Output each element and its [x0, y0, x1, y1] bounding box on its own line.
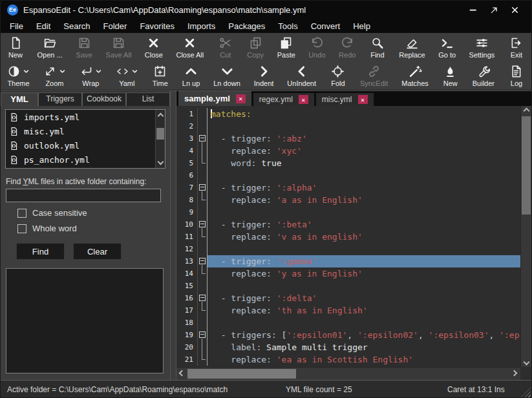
minimize-button[interactable] [463, 2, 484, 17]
toolbar-button-time[interactable]: Time [151, 63, 170, 88]
panel-tab-list[interactable]: List [126, 92, 170, 106]
menu-search[interactable]: Search [57, 20, 96, 32]
toolbar-button-undo[interactable]: Undo [307, 35, 326, 59]
close-window-button[interactable] [504, 2, 525, 17]
code-line-18[interactable]: 18 [176, 317, 520, 329]
panel-tab-yml[interactable]: YML [1, 92, 38, 106]
toolbar-button-indent[interactable]: Indent [253, 63, 275, 88]
toolbar-button-save[interactable]: Save [74, 35, 94, 59]
code-line-10[interactable]: 10 - trigger: ':beta' [176, 218, 520, 231]
editor-vertical-scrollbar[interactable] [520, 106, 531, 367]
toolbar-button-replace[interactable]: Replace [398, 35, 426, 59]
maximize-button[interactable] [484, 2, 504, 17]
toolbar-button-redo[interactable]: Redo [337, 35, 357, 59]
code-line-16[interactable]: 16 - trigger: ':delta' [176, 292, 520, 304]
code-line-1[interactable]: 1 matches: [176, 108, 520, 120]
code-line-8[interactable]: 8 replace: 'a as in English' [176, 194, 520, 206]
code-line-20[interactable]: 20 label: Sample multi trigger [176, 341, 520, 353]
checkbox-box[interactable] [17, 224, 27, 233]
editor-tab-misc-yml[interactable]: misc.yml ✕ [316, 93, 374, 106]
editor-horizontal-scrollbar[interactable] [176, 367, 520, 380]
fold-marker[interactable] [197, 132, 207, 145]
menu-folder[interactable]: Folder [97, 20, 134, 32]
toolbar-button-fold[interactable]: Fold [328, 63, 348, 88]
scroll-up-icon[interactable] [158, 113, 164, 120]
scrollbar-thumb[interactable] [156, 128, 164, 140]
toolbar-button-wrap[interactable]: Wrap [78, 63, 103, 88]
panel-tab-cookbook[interactable]: Cookbook [82, 92, 126, 106]
code-line-6[interactable]: 6 [176, 169, 520, 182]
toolbar-button-new[interactable]: New [6, 35, 25, 59]
fold-marker[interactable] [197, 292, 207, 304]
code-line-9[interactable]: 9 [176, 206, 520, 218]
toolbar-button-paste[interactable]: Paste [276, 35, 297, 59]
code-editor[interactable]: 1 matches: 2 3 - trigger: ':abz' 4 repla… [176, 106, 531, 380]
checkbox-case-sensitive[interactable]: Case sensitive [17, 208, 165, 218]
code-line-4[interactable]: 4 replace: 'xyc' [176, 145, 520, 157]
scrollbar-thumb[interactable] [522, 116, 531, 215]
code-line-2[interactable]: 2 [176, 120, 520, 132]
toolbar-button-exit[interactable]: Exit [507, 35, 526, 59]
file-item-outlook-yml[interactable]: outlook.yml [6, 138, 165, 152]
code-line-12[interactable]: 12 [176, 243, 520, 255]
code-line-7[interactable]: 7 - trigger: ':alpha' [176, 182, 520, 194]
toolbar-button-theme[interactable]: Theme [6, 63, 31, 88]
toolbar-button-syncedit[interactable]: SyncEdit [359, 63, 389, 88]
toolbar-button-close[interactable]: Close [144, 35, 164, 59]
toolbar-button-zoom[interactable]: Zoom [42, 63, 67, 88]
toolbar-button-settings[interactable]: Settings [468, 35, 496, 59]
code-line-14[interactable]: 14 replace: 'y as in English' [176, 267, 520, 280]
find-button[interactable]: Find [16, 243, 65, 260]
toolbar-button-close-all[interactable]: Close All [175, 35, 205, 59]
scrollbar-thumb[interactable] [187, 369, 296, 379]
menu-imports[interactable]: Imports [181, 20, 222, 32]
menu-tools[interactable]: Tools [271, 20, 304, 32]
editor-tab-sample-yml[interactable]: sample.yml ✕ [178, 91, 251, 106]
fold-marker[interactable] [197, 182, 207, 194]
tab-close-icon[interactable]: ✕ [358, 95, 368, 104]
scroll-left-icon[interactable] [179, 370, 186, 377]
file-list-scrollbar[interactable] [155, 110, 165, 168]
menu-help[interactable]: Help [346, 20, 377, 32]
toolbar-button-open[interactable]: Open ... [36, 35, 63, 59]
toolbar-button-log[interactable]: Log [507, 63, 526, 88]
file-item-misc-yml[interactable]: misc.yml [6, 124, 165, 138]
toolbar-button-ln-down[interactable]: Ln down [212, 63, 242, 88]
toolbar-button-save-all[interactable]: Save All [105, 35, 133, 59]
menu-packages[interactable]: Packages [222, 20, 271, 32]
panel-splitter[interactable] [170, 91, 176, 380]
toolbar-button-unindent[interactable]: UnIndent [286, 63, 317, 88]
toolbar-button-new[interactable]: New [441, 63, 460, 88]
code-line-11[interactable]: 11 replace: 'v as in english' [176, 231, 520, 243]
toolbar-button-matches[interactable]: Matches [400, 63, 430, 88]
code-line-19[interactable]: 19 - triggers: [':epsilon01', ':epsilon0… [176, 329, 520, 341]
tab-close-icon[interactable]: ✕ [299, 95, 308, 104]
toolbar-button-copy[interactable]: Copy [246, 35, 265, 59]
menu-convert[interactable]: Convert [304, 20, 347, 32]
fold-marker[interactable] [197, 329, 207, 341]
scroll-right-icon[interactable] [511, 370, 518, 377]
toolbar-button-yaml[interactable]: Yaml [114, 63, 140, 88]
code-line-17[interactable]: 17 replace: 'th as in English' [176, 304, 520, 317]
toolbar-button-cut[interactable]: Cut [216, 35, 235, 59]
code-line-5[interactable]: 5 word: true [176, 157, 520, 169]
menu-favorites[interactable]: Favorites [133, 20, 180, 32]
fold-marker[interactable] [197, 255, 207, 267]
tab-close-icon[interactable]: ✕ [236, 94, 246, 103]
file-item-imports-yml[interactable]: imports.yml [6, 110, 165, 124]
fold-marker[interactable] [197, 218, 207, 231]
toolbar-button-builder[interactable]: Builder [471, 63, 496, 88]
code-line-21[interactable]: 21 replace: 'ea as in Scottish English' [176, 353, 520, 366]
menu-file[interactable]: File [3, 20, 30, 32]
editor-tab-regex-yml[interactable]: regex.yml ✕ [253, 93, 314, 106]
scroll-down-icon[interactable] [158, 159, 164, 165]
toolbar-button-find[interactable]: Find [368, 35, 387, 59]
find-files-input[interactable] [6, 189, 161, 202]
checkbox-whole-word[interactable]: Whole word [17, 224, 165, 233]
toolbar-button-go-to[interactable]: Go to [437, 35, 457, 59]
toolbar-button-ln-up[interactable]: Ln up [181, 63, 202, 88]
checkbox-box[interactable] [17, 209, 27, 218]
menu-edit[interactable]: Edit [30, 20, 57, 32]
scroll-down-icon[interactable] [524, 359, 530, 366]
scroll-up-icon[interactable] [524, 108, 530, 114]
